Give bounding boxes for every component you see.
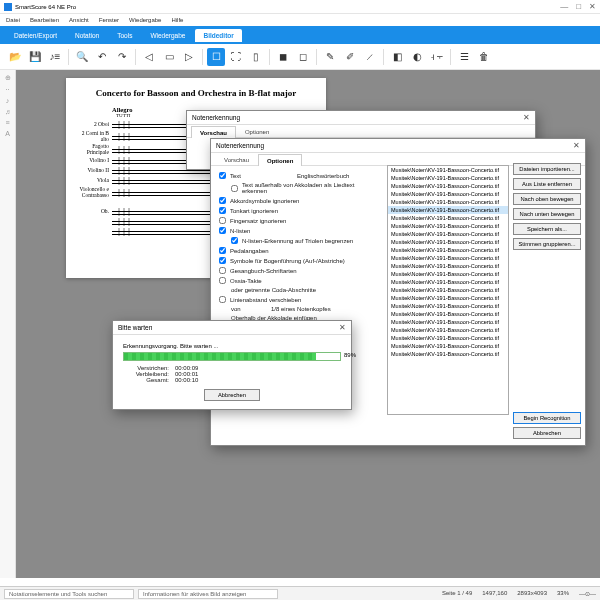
file-list-item[interactable]: Musitek\Noten\KV-191-Bassoon-Concerto.ti… xyxy=(388,182,508,190)
menu-hilfe[interactable]: Hilfe xyxy=(171,17,183,23)
move-down-button[interactable]: Nach unten bewegen xyxy=(513,208,581,220)
palette-item[interactable]: ♬ xyxy=(5,108,10,115)
erase-icon[interactable]: ✐ xyxy=(341,48,359,66)
deskew-icon[interactable]: ◧ xyxy=(388,48,406,66)
file-list-item[interactable]: Musitek\Noten\KV-191-Bassoon-Concerto.ti… xyxy=(388,334,508,342)
open-icon[interactable]: 📂 xyxy=(6,48,24,66)
chk-nlisten-tri[interactable] xyxy=(231,237,238,244)
select-tool-icon[interactable]: ☐ xyxy=(207,48,225,66)
menu-ansicht[interactable]: Ansicht xyxy=(69,17,89,23)
group-voices-button[interactable]: Stimmen gruppieren... xyxy=(513,238,581,250)
file-list-item[interactable]: Musitek\Noten\KV-191-Bassoon-Concerto.ti… xyxy=(388,318,508,326)
chk-chordsym[interactable] xyxy=(219,197,226,204)
palette-item[interactable]: ♪ xyxy=(6,97,10,104)
file-list-item[interactable]: Musitek\Noten\KV-191-Bassoon-Concerto.ti… xyxy=(388,206,508,214)
file-list-item[interactable]: Musitek\Noten\KV-191-Bassoon-Concerto.ti… xyxy=(388,278,508,286)
file-list[interactable]: Musitek\Noten\KV-191-Bassoon-Concerto.ti… xyxy=(387,165,509,415)
chk-pedal[interactable] xyxy=(219,247,226,254)
undo-icon[interactable]: ↶ xyxy=(93,48,111,66)
tab-wiedergabe[interactable]: Wiedergabe xyxy=(142,29,193,42)
file-list-item[interactable]: Musitek\Noten\KV-191-Bassoon-Concerto.ti… xyxy=(388,166,508,174)
tab-bildeditor[interactable]: Bildeditor xyxy=(195,29,241,42)
file-list-item[interactable]: Musitek\Noten\KV-191-Bassoon-Concerto.ti… xyxy=(388,310,508,318)
save-as-button[interactable]: Speichern als... xyxy=(513,223,581,235)
crop-icon[interactable]: ⛶ xyxy=(227,48,245,66)
close-button[interactable]: ✕ xyxy=(589,2,596,11)
close-icon[interactable]: ✕ xyxy=(573,141,580,150)
ocr-icon[interactable]: ♪≡ xyxy=(46,48,64,66)
page-prev-icon[interactable]: ◁ xyxy=(140,48,158,66)
zoom-level[interactable]: 33% xyxy=(557,590,569,597)
menu-wiedergabe[interactable]: Wiedergabe xyxy=(129,17,161,23)
maximize-button[interactable]: □ xyxy=(576,2,581,11)
file-list-item[interactable]: Musitek\Noten\KV-191-Bassoon-Concerto.ti… xyxy=(388,286,508,294)
whiteout-icon[interactable]: ◻ xyxy=(294,48,312,66)
search-box[interactable]: Notationselemente und Tools suchen xyxy=(4,589,134,599)
tab-optionen[interactable]: Optionen xyxy=(236,125,278,137)
begin-recognition-button[interactable]: Begin Recognition xyxy=(513,412,581,424)
save-icon[interactable]: 💾 xyxy=(26,48,44,66)
file-list-item[interactable]: Musitek\Noten\KV-191-Bassoon-Concerto.ti… xyxy=(388,326,508,334)
remove-button[interactable]: Aus Liste entfernen xyxy=(513,178,581,190)
file-list-item[interactable]: Musitek\Noten\KV-191-Bassoon-Concerto.ti… xyxy=(388,174,508,182)
chk-lineoff[interactable] xyxy=(219,296,226,303)
blackout-icon[interactable]: ◼ xyxy=(274,48,292,66)
chk-gesang[interactable] xyxy=(219,267,226,274)
page-icon[interactable]: ▭ xyxy=(160,48,178,66)
zoom-slider[interactable]: —⊙— xyxy=(579,590,596,597)
page-next-icon[interactable]: ▷ xyxy=(180,48,198,66)
chk-tonart[interactable] xyxy=(219,207,226,214)
file-list-item[interactable]: Musitek\Noten\KV-191-Bassoon-Concerto.ti… xyxy=(388,254,508,262)
tab-vorschau[interactable]: Vorschau xyxy=(191,126,236,138)
file-list-item[interactable]: Musitek\Noten\KV-191-Bassoon-Concerto.ti… xyxy=(388,190,508,198)
file-list-item[interactable]: Musitek\Noten\KV-191-Bassoon-Concerto.ti… xyxy=(388,270,508,278)
threshold-icon[interactable]: ☰ xyxy=(455,48,473,66)
line-icon[interactable]: ⟋ xyxy=(361,48,379,66)
palette-item[interactable]: ≡ xyxy=(5,119,9,126)
tab-tools[interactable]: Tools xyxy=(109,29,140,42)
notehead-frac-combo[interactable]: 1/8 eines Notenkopfes xyxy=(271,306,361,312)
zoom-icon[interactable]: 🔍 xyxy=(73,48,91,66)
cancel-button[interactable]: Abbrechen xyxy=(513,427,581,439)
tab-optionen[interactable]: Optionen xyxy=(258,154,302,166)
doc-icon[interactable]: ▯ xyxy=(247,48,265,66)
redo-icon[interactable]: ↷ xyxy=(113,48,131,66)
move-up-button[interactable]: Nach oben bewegen xyxy=(513,193,581,205)
menu-fenster[interactable]: Fenster xyxy=(99,17,119,23)
tab-notation[interactable]: Notation xyxy=(67,29,107,42)
menu-bearbeiten[interactable]: Bearbeiten xyxy=(30,17,59,23)
chk-nlisten[interactable] xyxy=(219,227,226,234)
file-list-item[interactable]: Musitek\Noten\KV-191-Bassoon-Concerto.ti… xyxy=(388,350,508,358)
file-list-item[interactable]: Musitek\Noten\KV-191-Bassoon-Concerto.ti… xyxy=(388,262,508,270)
minimize-button[interactable]: — xyxy=(560,2,568,11)
chk-finger[interactable] xyxy=(219,217,226,224)
trash-icon[interactable]: 🗑 xyxy=(475,48,493,66)
file-list-item[interactable]: Musitek\Noten\KV-191-Bassoon-Concerto.ti… xyxy=(388,342,508,350)
import-button[interactable]: Dateien importieren... xyxy=(513,163,581,175)
draw-icon[interactable]: ✎ xyxy=(321,48,339,66)
file-list-item[interactable]: Musitek\Noten\KV-191-Bassoon-Concerto.ti… xyxy=(388,198,508,206)
chk-bogen[interactable] xyxy=(219,257,226,264)
contrast-icon[interactable]: ◐ xyxy=(408,48,426,66)
split-icon[interactable]: ⫞⫟ xyxy=(428,48,446,66)
palette-item[interactable]: ·· xyxy=(6,86,10,93)
file-list-item[interactable]: Musitek\Noten\KV-191-Bassoon-Concerto.ti… xyxy=(388,214,508,222)
palette-item[interactable]: ⊕ xyxy=(5,74,11,82)
image-canvas[interactable]: Concerto for Bassoon and Orchestra in B-… xyxy=(16,70,600,578)
file-list-item[interactable]: Musitek\Noten\KV-191-Bassoon-Concerto.ti… xyxy=(388,294,508,302)
cancel-button[interactable]: Abbrechen xyxy=(204,389,260,401)
close-icon[interactable]: ✕ xyxy=(339,323,346,332)
menu-datei[interactable]: Datei xyxy=(6,17,20,23)
file-list-item[interactable]: Musitek\Noten\KV-191-Bassoon-Concerto.ti… xyxy=(388,230,508,238)
chk-text-outside[interactable] xyxy=(231,185,238,192)
file-list-item[interactable]: Musitek\Noten\KV-191-Bassoon-Concerto.ti… xyxy=(388,302,508,310)
close-icon[interactable]: ✕ xyxy=(523,113,530,122)
file-list-item[interactable]: Musitek\Noten\KV-191-Bassoon-Concerto.ti… xyxy=(388,222,508,230)
tab-vorschau[interactable]: Vorschau xyxy=(215,153,258,165)
palette-item[interactable]: A xyxy=(5,130,10,137)
file-list-item[interactable]: Musitek\Noten\KV-191-Bassoon-Concerto.ti… xyxy=(388,246,508,254)
tab-dateien[interactable]: Dateien/Export xyxy=(6,29,65,42)
file-list-item[interactable]: Musitek\Noten\KV-191-Bassoon-Concerto.ti… xyxy=(388,238,508,246)
chk-text[interactable] xyxy=(219,172,226,179)
dict-combo[interactable]: Englischwörterbuch xyxy=(297,173,375,179)
